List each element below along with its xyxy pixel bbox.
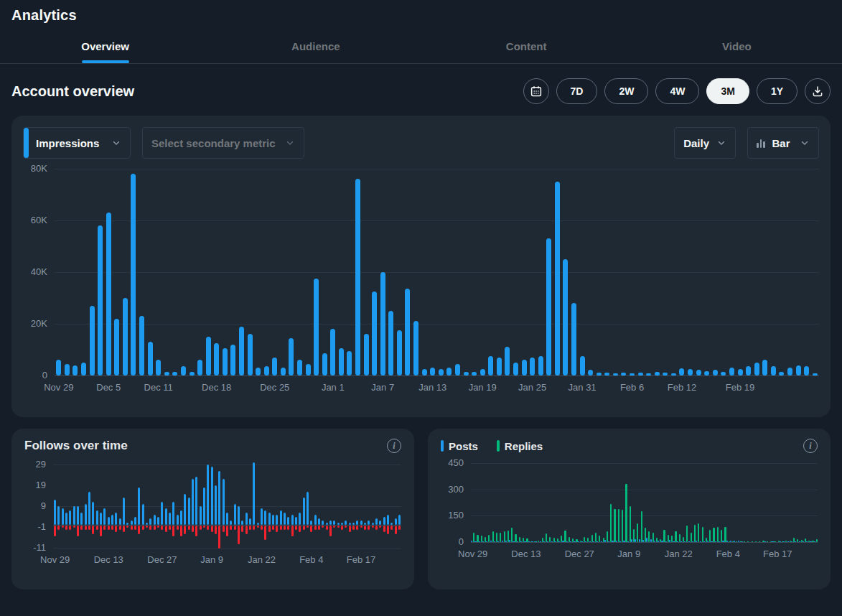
bar <box>215 485 217 525</box>
bar <box>555 182 560 375</box>
bar <box>540 541 541 543</box>
bar <box>646 373 651 375</box>
bar <box>184 526 186 534</box>
bar <box>272 515 274 526</box>
bar <box>230 345 235 375</box>
bar <box>771 366 776 375</box>
bar <box>721 372 726 375</box>
bar <box>65 364 70 375</box>
bar <box>303 526 305 530</box>
bar <box>680 541 682 543</box>
bar <box>631 539 632 542</box>
bar <box>368 521 370 525</box>
follows-chart: 29199-1-11 Nov 29Dec 13Dec 27Jan 9Jan 22… <box>24 465 401 548</box>
bar <box>422 369 427 375</box>
frequency-selector[interactable]: Daily <box>674 127 736 159</box>
bar <box>380 272 385 375</box>
bar <box>119 518 121 525</box>
bar <box>280 526 282 530</box>
axis-tick-label: -11 <box>33 542 46 553</box>
calendar-icon <box>530 85 543 98</box>
info-icon[interactable]: i <box>387 439 401 453</box>
tab-video[interactable]: Video <box>632 29 842 63</box>
bar <box>738 541 739 542</box>
bar <box>595 533 597 542</box>
bar <box>180 510 182 525</box>
bar <box>96 526 98 530</box>
primary-metric-selector[interactable]: Impressions <box>23 127 131 159</box>
bar <box>77 506 79 525</box>
date-range-controls: 7D 2W 4W 3M 1Y <box>523 78 831 104</box>
info-icon[interactable]: i <box>803 439 818 453</box>
bar <box>80 513 83 525</box>
follows-plot[interactable]: Nov 29Dec 13Dec 27Jan 9Jan 22Feb 4Feb 17 <box>53 465 401 548</box>
bar <box>337 526 340 528</box>
bar <box>591 535 593 542</box>
axis-tick-label: -1 <box>37 521 46 532</box>
bar <box>555 541 556 543</box>
range-pill-7d[interactable]: 7D <box>556 78 598 104</box>
bar <box>654 541 655 542</box>
bar <box>490 541 492 542</box>
bar <box>88 526 90 530</box>
bar <box>814 541 815 543</box>
bar <box>597 373 602 375</box>
axis-tick-label: Jan 22 <box>665 549 693 559</box>
range-pill-4w[interactable]: 4W <box>655 78 699 104</box>
bar <box>796 365 801 375</box>
bar <box>405 289 410 375</box>
bar <box>131 521 133 525</box>
bar <box>383 526 385 532</box>
chart-type-label: Bar <box>772 137 790 149</box>
bar <box>704 371 709 375</box>
range-pill-2w[interactable]: 2W <box>604 78 648 104</box>
tab-overview[interactable]: Overview <box>0 29 210 63</box>
bar <box>534 541 535 543</box>
impressions-plot[interactable]: Nov 29Dec 5Dec 11Dec 18Dec 25Jan 1Jan 7J… <box>55 169 819 375</box>
axis-tick-label: Jan 9 <box>200 554 223 565</box>
bar <box>307 526 309 528</box>
bar <box>507 531 509 542</box>
axis-tick-label: 29 <box>36 459 46 470</box>
axis-tick-label: Nov 29 <box>44 382 73 393</box>
secondary-metric-selector[interactable]: Select secondary metric <box>142 127 304 159</box>
bar <box>767 541 768 543</box>
range-pill-1y[interactable]: 1Y <box>757 78 797 104</box>
axis-tick-label: Dec 27 <box>565 549 594 559</box>
bar <box>226 513 228 525</box>
bar <box>268 513 271 525</box>
tab-audience[interactable]: Audience <box>210 29 421 63</box>
bar <box>295 526 297 530</box>
bar <box>181 366 186 375</box>
bar <box>692 541 693 543</box>
bar <box>375 526 378 530</box>
posts-legend-label: Posts <box>449 440 478 452</box>
bar <box>85 504 87 525</box>
bar <box>538 356 543 375</box>
bar <box>375 518 378 525</box>
range-pill-3m[interactable]: 3M <box>706 78 749 104</box>
bar <box>663 373 668 375</box>
posts-plot[interactable]: Nov 29Dec 13Dec 27Jan 9Jan 22Feb 4Feb 17 <box>471 463 818 542</box>
axis-tick-label: Feb 12 <box>668 382 696 393</box>
bar <box>310 521 312 525</box>
tab-content[interactable]: Content <box>421 29 632 63</box>
bar <box>480 369 485 375</box>
calendar-button[interactable] <box>523 78 549 104</box>
bar <box>719 541 720 543</box>
replies-color-chip <box>497 440 500 452</box>
bar <box>200 526 202 530</box>
bar <box>195 526 197 536</box>
bar <box>239 327 244 375</box>
download-button[interactable] <box>805 78 831 104</box>
bar <box>322 521 324 525</box>
bar <box>746 366 751 375</box>
bar <box>314 526 317 530</box>
bar <box>580 541 581 542</box>
chart-type-selector[interactable]: Bar <box>747 127 819 159</box>
bar <box>248 334 253 375</box>
axis-tick-label: Jan 31 <box>569 382 597 393</box>
bar <box>576 539 577 542</box>
bar <box>106 213 111 375</box>
bar <box>169 526 171 530</box>
